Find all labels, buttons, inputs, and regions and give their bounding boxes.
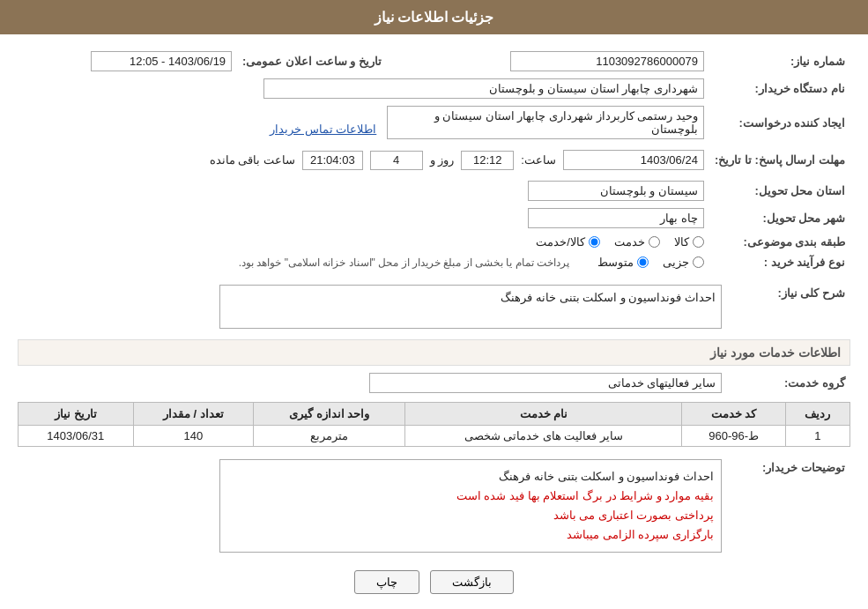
mohlat-value: 1403/06/24 ساعت: 12:12 روز و 4 21:04:03 … <box>18 143 709 177</box>
radio-kala-khedmat-label: کالا/خدمت <box>536 235 585 249</box>
radio-kala-label: کالا <box>674 235 689 249</box>
radio-motavaset-input[interactable] <box>637 256 649 268</box>
ijad-input: وحید رستمی کاربرداز شهرداری چابهار استان… <box>387 106 704 139</box>
radio-motavaset-label: متوسط <box>597 256 634 269</box>
rooz-input: 4 <box>370 151 423 170</box>
ijad-label: ایجاد کننده درخواست: <box>709 102 850 143</box>
tozihat-box: احداث فونداسیون و اسکلت بتنی خانه فرهنگ … <box>219 459 722 553</box>
grouh-input: سایر فعالیتهای خدماتی <box>369 373 722 393</box>
print-button[interactable]: چاپ <box>354 570 419 594</box>
tozihat-row: توضیحات خریدار: احداث فونداسیون و اسکلت … <box>18 456 850 556</box>
radio-kala-khedmat-input[interactable] <box>589 236 600 248</box>
cell-tarikh: 1403/06/31 <box>19 426 134 447</box>
col-vahed: واحد اندازه گیری <box>254 403 405 426</box>
sharh-box: احداث فونداسیون و اسکلت بتنی خانه فرهنگ <box>219 285 722 329</box>
tabaghe-row: طبقه بندی موضوعی: کالا خدمت <box>18 232 850 252</box>
service-table-head: ردیف کد خدمت نام خدمت واحد اندازه گیری ت… <box>19 403 850 426</box>
dastgah-row: نام دستگاه خریدار: شهرداری چابهار استان … <box>18 75 850 102</box>
mohlat-label: مهلت ارسال پاسخ: تا تاریخ: <box>709 143 850 177</box>
cell-name: سایر فعالیت های خدماتی شخصی <box>405 426 682 447</box>
ostan-label: استان محل تحویل: <box>709 177 850 204</box>
col-tedad: تعداد / مقدار <box>133 403 254 426</box>
info-table: شماره نیاز: 1103092786000079 تاریخ و ساع… <box>18 48 850 272</box>
ostan-value: سیستان و بلوچستان <box>18 177 709 204</box>
service-table-header-row: ردیف کد خدمت نام خدمت واحد اندازه گیری ت… <box>19 403 850 426</box>
cell-vahed: مترمربع <box>254 426 405 447</box>
back-button[interactable]: بازگشت <box>430 570 514 594</box>
radio-khedmat-input[interactable] <box>649 236 660 248</box>
radio-jozyi-label: جزیی <box>663 256 689 269</box>
tarikh-elan-value: 1403/06/19 - 12:05 <box>18 48 237 75</box>
saat-manande-label: ساعت باقی مانده <box>210 153 295 167</box>
tozihat-line-4: بارگزاری سپرده الزامی میباشد <box>227 525 714 545</box>
tabaghe-value: کالا خدمت کالا/خدمت <box>18 232 709 252</box>
grouh-value: سایر فعالیتهای خدماتی <box>18 369 727 397</box>
service-section-title: اطلاعات خدمات مورد نیاز <box>18 339 850 366</box>
sharh-row: شرح کلی نیاز: احداث فونداسیون و اسکلت بت… <box>18 281 850 332</box>
tozihat-line-3: پرداختی بصورت اعتباری می باشد <box>227 506 714 525</box>
radio-khedmat-label: خدمت <box>614 235 645 249</box>
ijad-value: وحید رستمی کاربرداز شهرداری چابهار استان… <box>18 102 709 143</box>
shomara-label: شماره نیاز: <box>709 48 850 75</box>
grouh-table: گروه خدمت: سایر فعالیتهای خدماتی <box>18 369 850 397</box>
timer-row: 1403/06/24 ساعت: 12:12 روز و 4 21:04:03 … <box>23 150 704 170</box>
saat-label: ساعت: <box>521 153 556 167</box>
col-radif: ردیف <box>785 403 849 426</box>
dastgah-value: شهرداری چابهار استان سیستان و بلوچستان <box>18 75 709 102</box>
ijad-row: ایجاد کننده درخواست: وحید رستمی کاربرداز… <box>18 102 850 143</box>
shahr-value: چاه بهار <box>18 204 709 232</box>
cell-tedad: 140 <box>133 426 254 447</box>
sharh-table: شرح کلی نیاز: احداث فونداسیون و اسکلت بت… <box>18 281 850 332</box>
radio-kala: کالا <box>674 235 704 249</box>
radio-kala-input[interactable] <box>693 236 704 248</box>
page-title: جزئیات اطلاعات نیاز <box>375 10 494 25</box>
col-tarikh: تاریخ نیاز <box>19 403 134 426</box>
grouh-label: گروه خدمت: <box>727 369 850 397</box>
shomara-row: شماره نیاز: 1103092786000079 تاریخ و ساع… <box>18 48 850 75</box>
tarikh-elan-input: 1403/06/19 - 12:05 <box>91 51 232 71</box>
grouh-row: گروه خدمت: سایر فعالیتهای خدماتی <box>18 369 850 397</box>
noe-paland-row: نوع فرآیند خرید : جزیی متوسط پرداخت تمام… <box>18 252 850 272</box>
service-table: ردیف کد خدمت نام خدمت واحد اندازه گیری ت… <box>18 402 850 447</box>
button-row: بازگشت چاپ <box>18 570 850 594</box>
paland-radio-group: جزیی متوسط پرداخت تمام یا بخشی از مبلغ خ… <box>23 256 704 269</box>
tozihat-label: توضیحات خریدار: <box>727 456 850 556</box>
rooz-label: روز و <box>430 153 455 167</box>
page-header: جزئیات اطلاعات نیاز <box>0 0 868 34</box>
shahr-input: چاه بهار <box>528 208 704 228</box>
tozihat-line-1: احداث فونداسیون و اسکلت بتنی خانه فرهنگ <box>227 467 714 486</box>
saat-input: 12:12 <box>461 151 514 170</box>
paland-note: پرداخت تمام یا بخشی از مبلغ خریدار از مح… <box>239 256 569 269</box>
radio-motavaset: متوسط <box>597 256 649 269</box>
date-input: 1403/06/24 <box>563 150 704 170</box>
radio-jozyi-input[interactable] <box>693 256 704 268</box>
dastgah-input: شهرداری چابهار استان سیستان و بلوچستان <box>263 78 704 99</box>
etelaat-tamas-link[interactable]: اطلاعات تماس خریدار <box>270 123 376 136</box>
shomara-value: 1103092786000079 <box>413 48 709 75</box>
sharh-value: احداث فونداسیون و اسکلت بتنی خانه فرهنگ <box>18 281 727 332</box>
table-row: 1 ط-96-960 سایر فعالیت های خدماتی شخصی م… <box>19 426 850 447</box>
shomara-input: 1103092786000079 <box>510 51 704 71</box>
noe-paland-label: نوع فرآیند خرید : <box>709 252 850 272</box>
tozihat-line-2: بقیه موارد و شرایط در برگ استعلام بها فی… <box>227 486 714 506</box>
dastgah-label: نام دستگاه خریدار: <box>709 75 850 102</box>
tozihat-section: توضیحات خریدار: احداث فونداسیون و اسکلت … <box>18 456 850 556</box>
saat-mande-input: 21:04:03 <box>302 151 363 170</box>
shahr-row: شهر محل تحویل: چاه بهار <box>18 204 850 232</box>
tozihat-table: توضیحات خریدار: احداث فونداسیون و اسکلت … <box>18 456 850 556</box>
col-code: کد خدمت <box>682 403 785 426</box>
noe-paland-value: جزیی متوسط پرداخت تمام یا بخشی از مبلغ خ… <box>18 252 709 272</box>
main-content: شماره نیاز: 1103092786000079 تاریخ و ساع… <box>0 34 868 609</box>
radio-khedmat: خدمت <box>614 235 660 249</box>
tabaghe-radio-group: کالا خدمت کالا/خدمت <box>23 235 704 249</box>
ostan-row: استان محل تحویل: سیستان و بلوچستان <box>18 177 850 204</box>
tabaghe-label: طبقه بندی موضوعی: <box>709 232 850 252</box>
cell-code: ط-96-960 <box>682 426 785 447</box>
ostan-input: سیستان و بلوچستان <box>528 181 704 201</box>
sharh-section: شرح کلی نیاز: احداث فونداسیون و اسکلت بت… <box>18 281 850 332</box>
mohlat-row: مهلت ارسال پاسخ: تا تاریخ: 1403/06/24 سا… <box>18 143 850 177</box>
radio-jozyi: جزیی <box>663 256 704 269</box>
page-container: جزئیات اطلاعات نیاز شماره نیاز: 11030927… <box>0 0 868 609</box>
radio-kala-khedmat: کالا/خدمت <box>536 235 600 249</box>
tozihat-value: احداث فونداسیون و اسکلت بتنی خانه فرهنگ … <box>18 456 727 556</box>
